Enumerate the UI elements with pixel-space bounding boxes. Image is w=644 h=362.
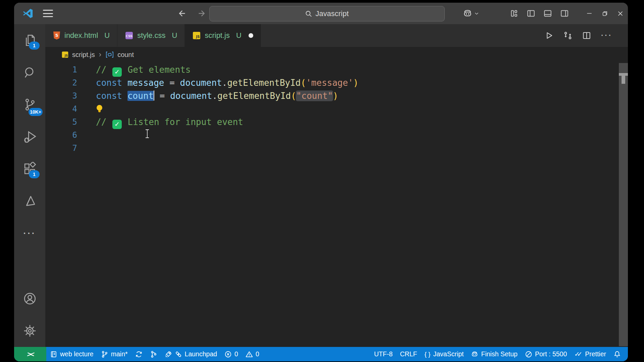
unsaved-dot-icon[interactable] <box>249 33 253 38</box>
gutter-decoration <box>77 63 96 76</box>
branch-icon <box>101 351 108 358</box>
live-server-port-item[interactable]: Port : 5500 <box>521 347 571 361</box>
error-icon <box>224 351 232 358</box>
status-label: Port : 5500 <box>535 350 567 358</box>
line-number[interactable]: 4 <box>45 103 77 116</box>
git-status-badge: U <box>104 31 110 40</box>
prettier-item[interactable]: ✓✓Prettier <box>571 347 610 361</box>
status-label: 0 <box>256 350 259 358</box>
status-label: Finish Setup <box>481 350 517 358</box>
code-text: const count = document.getElementById("c… <box>96 89 338 103</box>
breadcrumb-symbol[interactable]: count <box>117 51 134 59</box>
code-line[interactable]: 6 <box>45 129 628 142</box>
symbol-variable-icon <box>105 51 114 58</box>
tab-script-js[interactable]: JS script.js U <box>185 24 261 47</box>
explorer-badge: 1 <box>29 42 40 50</box>
errors-item[interactable]: 0 <box>221 347 242 361</box>
remote-indicator[interactable]: >< <box>14 347 46 361</box>
customize-layout-icon[interactable] <box>510 9 519 18</box>
toggle-sidebar-icon[interactable] <box>527 9 535 18</box>
tab-label: script.js <box>205 31 230 40</box>
svg-text:JS: JS <box>64 54 68 57</box>
line-number[interactable]: 1 <box>45 63 77 76</box>
extensions-icon[interactable]: 1 <box>14 153 45 185</box>
line-number[interactable]: 5 <box>45 116 77 129</box>
lightbulb-icon[interactable] <box>97 105 102 111</box>
code-line[interactable]: 5// ✓ Listen for input event <box>45 116 628 129</box>
code-line[interactable]: 1// ✓ Get elements <box>45 63 628 76</box>
line-number[interactable]: 7 <box>45 142 77 155</box>
status-label: JavaScript <box>433 350 464 358</box>
status-label: Launchpad <box>185 350 217 358</box>
source-control-graph-button[interactable] <box>146 347 161 361</box>
svg-text:CSS: CSS <box>126 34 133 38</box>
line-number[interactable]: 6 <box>45 129 77 142</box>
prism-extension-icon[interactable] <box>14 185 45 217</box>
account-icon[interactable] <box>14 283 45 315</box>
code-editor[interactable]: 1// ✓ Get elements2const message = docum… <box>45 62 628 347</box>
source-control-badge: 10K+ <box>29 108 43 116</box>
git-branch-item[interactable]: main* <box>97 347 131 361</box>
tab-label: style.css <box>137 31 165 40</box>
sync-changes-button[interactable] <box>131 347 146 361</box>
status-bar: ><web lecturemain*Launchpad00 UTF-8CRLF{… <box>14 347 628 361</box>
tab-style-css[interactable]: CSS style.css U <box>117 24 185 47</box>
status-label: CRLF <box>400 350 417 358</box>
profile-item[interactable]: web lecture <box>46 347 97 361</box>
line-number[interactable]: 2 <box>45 76 77 89</box>
copilot-setup-item[interactable]: Finish Setup <box>467 347 521 361</box>
code-line[interactable]: 2const message = document.getElementById… <box>45 76 628 89</box>
toggle-secondary-sidebar-icon[interactable] <box>560 9 569 18</box>
command-center-search[interactable]: Javascript <box>209 6 445 21</box>
warnings-item[interactable]: 0 <box>242 347 263 361</box>
source-control-icon[interactable]: 10K+ <box>14 88 45 121</box>
check-emoji-icon: ✓ <box>112 120 122 129</box>
svg-text:5: 5 <box>55 33 58 38</box>
launchpad-item[interactable]: Launchpad <box>161 347 221 361</box>
tab-label: index.html <box>64 31 98 40</box>
overview-ruler-marker <box>622 76 625 84</box>
code-line[interactable]: 4 <box>45 103 628 116</box>
encoding-item[interactable]: UTF-8 <box>370 347 396 361</box>
code-line[interactable]: 3const count = document.getElementById("… <box>45 89 628 103</box>
additional-views-icon[interactable]: ··· <box>14 217 45 249</box>
copilot-icon <box>471 351 478 358</box>
status-label: web lecture <box>60 350 94 358</box>
editor-scrollbar[interactable] <box>619 63 628 346</box>
copilot-menu-button[interactable] <box>463 9 479 18</box>
gutter-decoration <box>77 103 96 116</box>
close-window-button[interactable] <box>612 3 628 24</box>
eol-item[interactable]: CRLF <box>396 347 421 361</box>
settings-gear-icon[interactable] <box>14 315 45 347</box>
breadcrumb-separator: › <box>99 50 101 59</box>
graph-icon <box>150 351 157 358</box>
run-button[interactable] <box>545 31 553 40</box>
split-editor-button[interactable] <box>582 31 591 40</box>
forward-button[interactable] <box>197 8 208 19</box>
language-item[interactable]: { }JavaScript <box>421 347 467 361</box>
remote-icon: >< <box>27 350 34 358</box>
compare-changes-button[interactable] <box>564 31 572 40</box>
run-debug-icon[interactable] <box>14 121 45 153</box>
bell-icon <box>613 351 621 358</box>
editor-actions: ··· <box>545 24 628 47</box>
tab-bar: 5 index.html U CSS style.css U JS script… <box>45 24 628 47</box>
editor-more-actions-button[interactable]: ··· <box>601 31 612 40</box>
js-file-icon: JS <box>192 31 201 40</box>
tab-index-html[interactable]: 5 index.html U <box>45 24 117 47</box>
restore-button[interactable] <box>597 3 612 24</box>
line-number[interactable]: 3 <box>45 89 77 103</box>
search-view-icon[interactable] <box>14 56 45 88</box>
back-button[interactable] <box>176 8 187 19</box>
search-icon <box>305 10 312 17</box>
breadcrumb-file[interactable]: script.js <box>72 51 95 59</box>
toggle-panel-icon[interactable] <box>543 9 552 18</box>
gutter-decoration <box>77 89 96 103</box>
code-line[interactable]: 7 <box>45 142 628 155</box>
code-text: const message = document.getElementById(… <box>96 76 359 89</box>
notifications-bell[interactable] <box>610 347 625 361</box>
warning-icon <box>246 351 253 358</box>
menu-hamburger-icon[interactable] <box>43 10 53 17</box>
minimize-button[interactable] <box>582 3 597 24</box>
explorer-icon[interactable]: 1 <box>14 24 45 56</box>
